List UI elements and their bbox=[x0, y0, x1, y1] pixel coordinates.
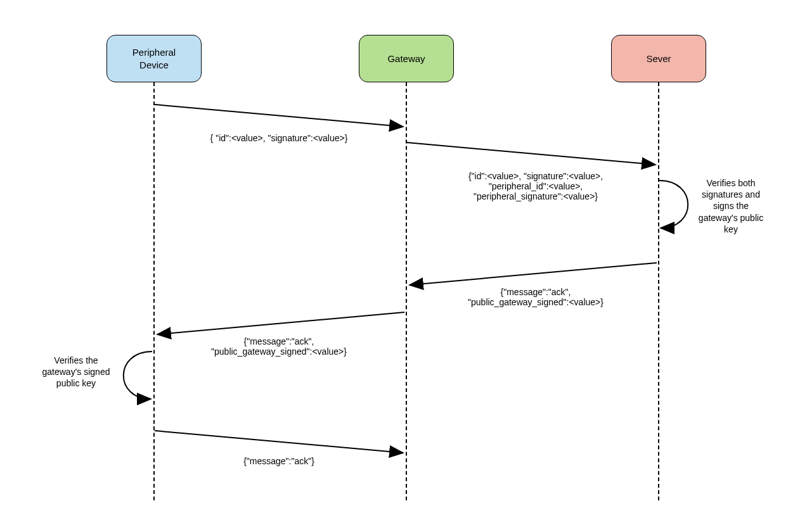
arrow-msg3 bbox=[410, 263, 657, 285]
participant-peripheral-label: Peripheral Device bbox=[132, 46, 176, 71]
arrow-msg2 bbox=[407, 142, 655, 165]
lifeline-gateway bbox=[406, 82, 407, 500]
label-note1: Verifies both signatures and signs the g… bbox=[690, 177, 772, 235]
label-msg3: {"message":"ack", "public_gateway_signed… bbox=[425, 287, 647, 307]
participant-peripheral: Peripheral Device bbox=[106, 35, 202, 82]
label-msg4: {"message":"ack", "public_gateway_signed… bbox=[165, 336, 393, 357]
participant-server: Sever bbox=[611, 35, 706, 82]
arrow-msg5 bbox=[155, 431, 403, 453]
participant-gateway-label: Gateway bbox=[387, 53, 425, 65]
lifeline-peripheral bbox=[153, 82, 155, 500]
label-msg2: {"id":<value>, "signature":<value>, "per… bbox=[425, 171, 647, 201]
self-curve-server bbox=[659, 180, 688, 228]
label-msg1: { "id":<value>, "signature":<value>} bbox=[165, 133, 393, 143]
label-note2: Verifies the gateway's signed public key bbox=[35, 355, 117, 390]
lifeline-server bbox=[658, 82, 659, 500]
participant-gateway: Gateway bbox=[359, 35, 454, 82]
self-curve-peripheral bbox=[124, 352, 152, 399]
participant-server-label: Sever bbox=[646, 53, 671, 65]
arrow-msg1 bbox=[155, 104, 403, 127]
label-msg5: {"message":"ack"} bbox=[165, 456, 393, 466]
arrow-msg4 bbox=[157, 312, 404, 334]
